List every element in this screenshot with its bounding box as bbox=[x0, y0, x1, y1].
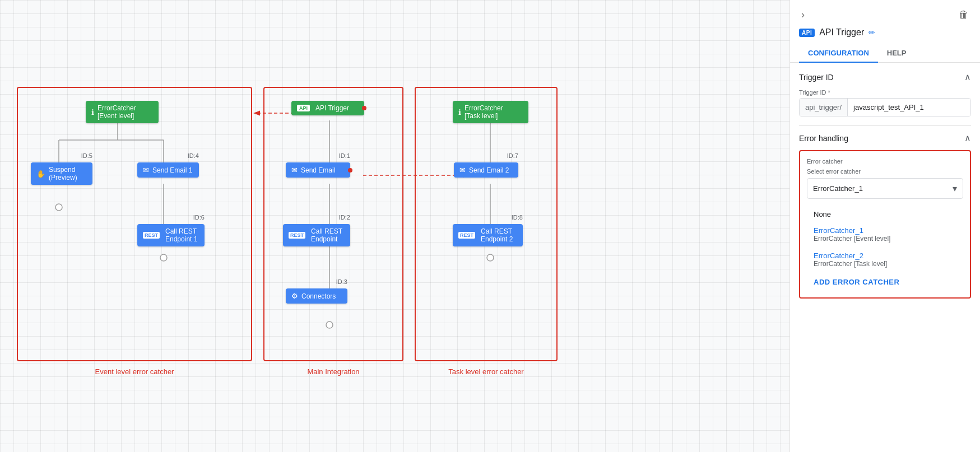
selected-error-catcher: ErrorCatcher_1 bbox=[813, 184, 863, 193]
node-rest-2[interactable]: REST Call RESTEndpoint 2 ID:8 bbox=[453, 224, 523, 246]
node-id-email-main: ID:1 bbox=[339, 152, 350, 159]
node-rest-main[interactable]: REST Call RESTEndpoint ID:2 bbox=[283, 224, 350, 246]
error-handling-title: Error handling bbox=[799, 134, 848, 143]
error-catcher-dropdown[interactable]: ErrorCatcher_1 ▾ bbox=[807, 178, 963, 199]
trigger-id-prefix: api_trigger/ bbox=[800, 99, 848, 116]
error-icon: ℹ bbox=[91, 108, 94, 117]
node-send-email-2[interactable]: ✉ Send Email 2 ID:7 bbox=[454, 162, 518, 178]
section-divider bbox=[799, 125, 971, 126]
main-integration-label: Main Integration bbox=[307, 367, 359, 376]
node-id-email2: ID:7 bbox=[507, 152, 518, 159]
node-label: Call RESTEndpoint 1 bbox=[165, 227, 197, 243]
node-send-email-1[interactable]: ✉ Send Email 1 ID:4 bbox=[137, 162, 199, 178]
node-label: API Trigger bbox=[315, 104, 349, 112]
trigger-id-label: Trigger ID * bbox=[799, 89, 971, 96]
error-handling-section: Error handling ∧ Error catcher Select er… bbox=[799, 133, 971, 299]
right-panel: › 🗑 API API Trigger ✏ CONFIGURATION HELP… bbox=[789, 0, 980, 452]
node-label: Call RESTEndpoint 2 bbox=[481, 227, 513, 243]
error-catcher-box: Error catcher Select error catcher Error… bbox=[799, 150, 971, 299]
panel-delete-button[interactable]: 🗑 bbox=[956, 7, 971, 23]
event-level-box: Event level error catcher bbox=[17, 87, 252, 361]
event-level-label: Event level error catcher bbox=[95, 367, 174, 376]
node-label: Send Email 2 bbox=[469, 166, 509, 174]
panel-collapse-button[interactable]: › bbox=[799, 7, 807, 23]
select-error-catcher-label: Select error catcher bbox=[807, 168, 963, 175]
email-main-icon: ✉ bbox=[291, 166, 298, 174]
node-label: Suspend(Preview) bbox=[49, 166, 77, 181]
errorcatcher2-desc: ErrorCatcher [Task level] bbox=[814, 260, 956, 268]
suspend-icon: ✋ bbox=[36, 170, 45, 178]
dropdown-item-errorcatcher1[interactable]: ErrorCatcher_1 ErrorCatcher [Event level… bbox=[807, 223, 963, 248]
error-handling-collapse-icon[interactable]: ∧ bbox=[964, 133, 971, 143]
api-trigger-dot bbox=[362, 106, 366, 110]
node-suspend[interactable]: ✋ Suspend(Preview) ID:5 bbox=[31, 162, 92, 185]
node-api-trigger[interactable]: API API Trigger bbox=[291, 101, 364, 115]
node-error-catcher-event[interactable]: ℹ ErrorCatcher[Event level] bbox=[86, 101, 159, 123]
errorcatcher1-desc: ErrorCatcher [Event level] bbox=[814, 235, 956, 243]
dropdown-arrow-icon: ▾ bbox=[953, 183, 957, 194]
node-id-connectors: ID:3 bbox=[336, 278, 347, 285]
node-error-catcher-task[interactable]: ℹ ErrorCatcher[Task level] bbox=[453, 101, 528, 123]
node-id-rest-main: ID:2 bbox=[339, 214, 350, 221]
edit-title-icon[interactable]: ✏ bbox=[868, 28, 875, 37]
tab-configuration[interactable]: CONFIGURATION bbox=[799, 44, 878, 63]
node-send-email-main[interactable]: ✉ Send Email ID:1 bbox=[286, 162, 350, 178]
panel-title-text: API Trigger bbox=[819, 27, 864, 38]
dropdown-item-none[interactable]: None bbox=[807, 206, 963, 223]
errorcatcher1-name: ErrorCatcher_1 bbox=[814, 226, 956, 235]
tab-help[interactable]: HELP bbox=[878, 44, 916, 63]
node-label: Call RESTEndpoint bbox=[311, 227, 342, 243]
trigger-id-title: Trigger ID bbox=[799, 73, 834, 82]
email2-icon: ✉ bbox=[459, 166, 466, 174]
api-title-badge: API bbox=[799, 29, 815, 37]
error-catcher-label: Error catcher bbox=[807, 158, 963, 165]
task-level-label: Task level error catcher bbox=[448, 367, 523, 376]
node-rest-1[interactable]: REST Call RESTEndpoint 1 ID:6 bbox=[137, 224, 205, 246]
panel-header: › 🗑 bbox=[790, 0, 980, 23]
node-label: ErrorCatcher[Task level] bbox=[465, 104, 503, 120]
trigger-id-collapse-icon[interactable]: ∧ bbox=[964, 72, 971, 82]
trigger-id-input[interactable] bbox=[848, 99, 970, 116]
node-label: ErrorCatcher[Event level] bbox=[97, 104, 136, 120]
trigger-id-section-header: Trigger ID ∧ bbox=[799, 72, 971, 82]
connectors-icon: ⚙ bbox=[291, 292, 298, 300]
dropdown-menu: None ErrorCatcher_1 ErrorCatcher [Event … bbox=[807, 206, 963, 291]
node-id-suspend: ID:5 bbox=[81, 152, 92, 159]
node-label: Send Email 1 bbox=[152, 166, 192, 174]
node-label: Send Email bbox=[301, 166, 335, 174]
node-id-email1: ID:4 bbox=[188, 152, 199, 159]
send-email-dot bbox=[348, 168, 352, 173]
trigger-id-input-row: api_trigger/ bbox=[799, 98, 971, 117]
node-id-rest1: ID:6 bbox=[193, 214, 205, 221]
task-error-icon: ℹ bbox=[458, 108, 461, 117]
node-connectors[interactable]: ⚙ Connectors ID:3 bbox=[286, 288, 347, 304]
node-label: Connectors bbox=[301, 292, 336, 300]
api-node-badge: API bbox=[297, 105, 310, 111]
trigger-id-field: Trigger ID * api_trigger/ bbox=[799, 89, 971, 117]
node-id-rest2: ID:8 bbox=[512, 214, 523, 221]
panel-title-row: API API Trigger ✏ bbox=[790, 23, 980, 44]
dropdown-item-errorcatcher2[interactable]: ErrorCatcher_2 ErrorCatcher [Task level] bbox=[807, 248, 963, 273]
error-handling-section-header: Error handling ∧ bbox=[799, 133, 971, 143]
rest-icon: REST bbox=[143, 232, 160, 239]
rest-main-icon: REST bbox=[289, 232, 305, 239]
email-icon: ✉ bbox=[143, 166, 149, 174]
add-error-catcher-button[interactable]: ADD ERROR CATCHER bbox=[807, 273, 963, 291]
errorcatcher2-name: ErrorCatcher_2 bbox=[814, 251, 956, 260]
panel-tabs: CONFIGURATION HELP bbox=[790, 44, 980, 63]
canvas: Event level error catcher Main Integrati… bbox=[0, 0, 789, 452]
panel-body: Trigger ID ∧ Trigger ID * api_trigger/ E… bbox=[790, 63, 980, 452]
rest2-icon: REST bbox=[458, 232, 475, 239]
